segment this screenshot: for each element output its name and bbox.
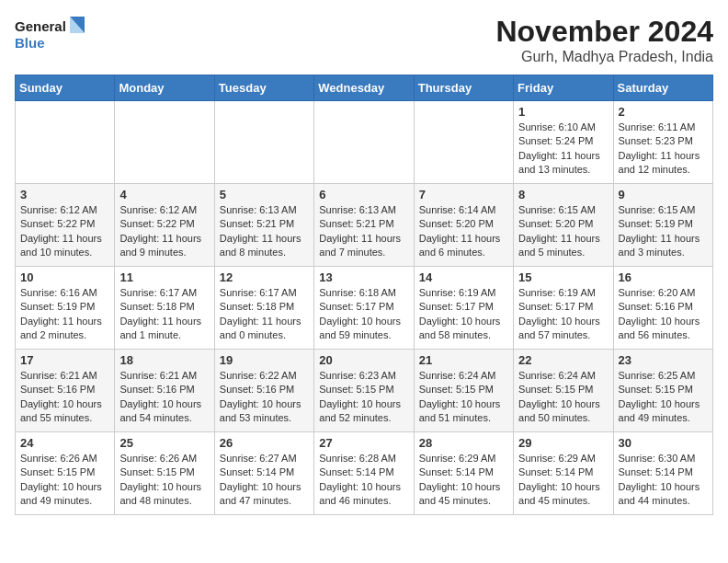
day-number: 30 [619,436,708,450]
day-number: 4 [119,188,209,201]
calendar-cell: 20Sunrise: 6:23 AM Sunset: 5:15 PM Dayli… [314,350,414,432]
day-info: Sunrise: 6:19 AM Sunset: 5:17 PM Dayligh… [419,286,508,343]
day-number: 20 [319,353,408,367]
day-number: 23 [619,353,708,367]
calendar-cell: 7Sunrise: 6:14 AM Sunset: 5:20 PM Daylig… [414,184,513,267]
day-number: 10 [20,270,109,284]
day-info: Sunrise: 6:14 AM Sunset: 5:20 PM Dayligh… [419,203,508,260]
calendar-cell: 23Sunrise: 6:25 AM Sunset: 5:15 PM Dayli… [613,350,712,432]
day-number: 9 [619,188,708,201]
location-subtitle: Gurh, Madhya Pradesh, India [495,49,713,65]
day-number: 26 [220,436,309,450]
calendar-cell: 18Sunrise: 6:21 AM Sunset: 5:16 PM Dayli… [115,350,214,432]
header: General Blue November 2024 Gurh, Madhya … [15,15,713,65]
day-info: Sunrise: 6:19 AM Sunset: 5:17 PM Dayligh… [518,286,608,343]
calendar-cell: 19Sunrise: 6:22 AM Sunset: 5:16 PM Dayli… [214,350,313,432]
day-number: 29 [518,436,608,450]
week-row-4: 17Sunrise: 6:21 AM Sunset: 5:16 PM Dayli… [16,350,713,432]
day-info: Sunrise: 6:12 AM Sunset: 5:22 PM Dayligh… [119,203,209,260]
month-year-title: November 2024 [495,15,713,49]
logo: General Blue [15,15,88,55]
day-info: Sunrise: 6:23 AM Sunset: 5:15 PM Dayligh… [319,369,408,426]
calendar-cell: 1Sunrise: 6:10 AM Sunset: 5:24 PM Daylig… [514,101,613,184]
day-number: 15 [518,270,608,284]
calendar-cell: 9Sunrise: 6:15 AM Sunset: 5:19 PM Daylig… [613,184,712,267]
svg-text:General: General [15,18,66,34]
calendar-cell: 15Sunrise: 6:19 AM Sunset: 5:17 PM Dayli… [514,267,613,350]
day-number: 16 [619,270,708,284]
calendar-cell: 13Sunrise: 6:18 AM Sunset: 5:17 PM Dayli… [314,267,414,350]
calendar-cell [115,101,214,184]
header-row: SundayMondayTuesdayWednesdayThursdayFrid… [16,75,713,101]
calendar-cell: 27Sunrise: 6:28 AM Sunset: 5:14 PM Dayli… [314,432,414,515]
calendar-cell [16,101,115,184]
calendar-cell [314,101,414,184]
week-row-2: 3Sunrise: 6:12 AM Sunset: 5:22 PM Daylig… [16,184,713,267]
day-number: 19 [220,353,309,367]
week-row-1: 1Sunrise: 6:10 AM Sunset: 5:24 PM Daylig… [16,101,713,184]
calendar-cell: 28Sunrise: 6:29 AM Sunset: 5:14 PM Dayli… [414,432,513,515]
day-info: Sunrise: 6:27 AM Sunset: 5:14 PM Dayligh… [220,452,309,509]
day-number: 12 [220,270,309,284]
day-info: Sunrise: 6:21 AM Sunset: 5:16 PM Dayligh… [20,369,109,426]
day-number: 28 [419,436,508,450]
day-number: 25 [119,436,209,450]
calendar-cell: 29Sunrise: 6:29 AM Sunset: 5:14 PM Dayli… [514,432,613,515]
calendar-cell: 5Sunrise: 6:13 AM Sunset: 5:21 PM Daylig… [214,184,313,267]
day-info: Sunrise: 6:15 AM Sunset: 5:19 PM Dayligh… [619,203,708,260]
header-day-saturday: Saturday [613,75,712,101]
general-blue-logo-icon: General Blue [15,15,88,55]
day-info: Sunrise: 6:15 AM Sunset: 5:20 PM Dayligh… [518,203,608,260]
day-info: Sunrise: 6:28 AM Sunset: 5:14 PM Dayligh… [319,452,408,509]
day-number: 18 [119,353,209,367]
calendar-cell: 25Sunrise: 6:26 AM Sunset: 5:15 PM Dayli… [115,432,214,515]
day-number: 7 [419,188,508,201]
week-row-5: 24Sunrise: 6:26 AM Sunset: 5:15 PM Dayli… [16,432,713,515]
calendar-cell: 16Sunrise: 6:20 AM Sunset: 5:16 PM Dayli… [613,267,712,350]
calendar-cell: 3Sunrise: 6:12 AM Sunset: 5:22 PM Daylig… [16,184,115,267]
day-number: 13 [319,270,408,284]
header-day-sunday: Sunday [16,75,115,101]
calendar-cell: 22Sunrise: 6:24 AM Sunset: 5:15 PM Dayli… [514,350,613,432]
title-area: November 2024 Gurh, Madhya Pradesh, Indi… [495,15,713,65]
svg-text:Blue: Blue [15,35,45,51]
calendar-cell: 2Sunrise: 6:11 AM Sunset: 5:23 PM Daylig… [613,101,712,184]
header-day-friday: Friday [514,75,613,101]
day-number: 17 [20,353,109,367]
day-info: Sunrise: 6:13 AM Sunset: 5:21 PM Dayligh… [220,203,309,260]
header-day-tuesday: Tuesday [214,75,313,101]
day-number: 2 [619,105,708,119]
day-info: Sunrise: 6:22 AM Sunset: 5:16 PM Dayligh… [220,369,309,426]
day-info: Sunrise: 6:17 AM Sunset: 5:18 PM Dayligh… [119,286,209,343]
day-info: Sunrise: 6:12 AM Sunset: 5:22 PM Dayligh… [20,203,109,260]
calendar-cell: 12Sunrise: 6:17 AM Sunset: 5:18 PM Dayli… [214,267,313,350]
day-info: Sunrise: 6:21 AM Sunset: 5:16 PM Dayligh… [119,369,209,426]
calendar-cell: 10Sunrise: 6:16 AM Sunset: 5:19 PM Dayli… [16,267,115,350]
day-number: 6 [319,188,408,201]
header-day-monday: Monday [115,75,214,101]
calendar-cell: 4Sunrise: 6:12 AM Sunset: 5:22 PM Daylig… [115,184,214,267]
calendar-cell [414,101,513,184]
day-number: 24 [20,436,109,450]
day-info: Sunrise: 6:11 AM Sunset: 5:23 PM Dayligh… [619,121,708,178]
day-info: Sunrise: 6:26 AM Sunset: 5:15 PM Dayligh… [119,452,209,509]
week-row-3: 10Sunrise: 6:16 AM Sunset: 5:19 PM Dayli… [16,267,713,350]
calendar-body: 1Sunrise: 6:10 AM Sunset: 5:24 PM Daylig… [16,101,713,515]
calendar-cell: 24Sunrise: 6:26 AM Sunset: 5:15 PM Dayli… [16,432,115,515]
calendar-cell: 30Sunrise: 6:30 AM Sunset: 5:14 PM Dayli… [613,432,712,515]
day-number: 3 [20,188,109,201]
calendar-cell: 8Sunrise: 6:15 AM Sunset: 5:20 PM Daylig… [514,184,613,267]
calendar-cell: 14Sunrise: 6:19 AM Sunset: 5:17 PM Dayli… [414,267,513,350]
day-number: 11 [119,270,209,284]
day-number: 8 [518,188,608,201]
calendar-cell: 11Sunrise: 6:17 AM Sunset: 5:18 PM Dayli… [115,267,214,350]
day-info: Sunrise: 6:29 AM Sunset: 5:14 PM Dayligh… [518,452,608,509]
day-number: 1 [518,105,608,119]
day-info: Sunrise: 6:24 AM Sunset: 5:15 PM Dayligh… [518,369,608,426]
day-info: Sunrise: 6:29 AM Sunset: 5:14 PM Dayligh… [419,452,508,509]
calendar-table: SundayMondayTuesdayWednesdayThursdayFrid… [15,75,713,515]
calendar-cell [214,101,313,184]
day-info: Sunrise: 6:10 AM Sunset: 5:24 PM Dayligh… [518,121,608,178]
calendar-header: SundayMondayTuesdayWednesdayThursdayFrid… [16,75,713,101]
day-number: 21 [419,353,508,367]
